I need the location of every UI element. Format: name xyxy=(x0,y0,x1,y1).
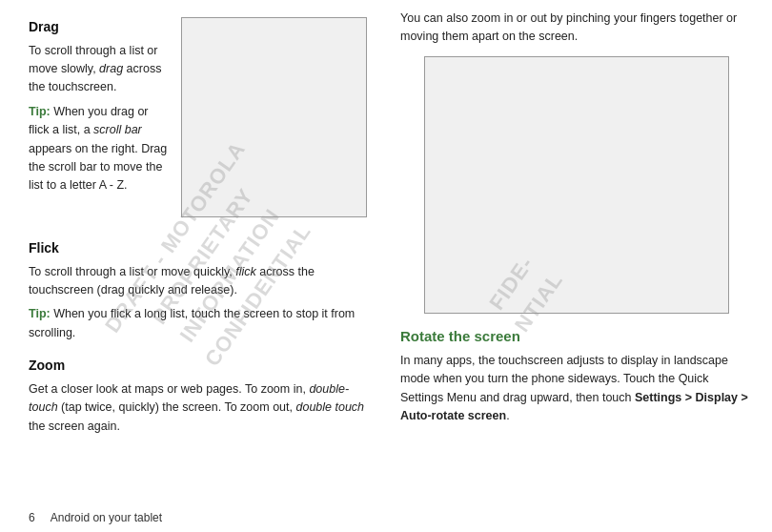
zoom-image xyxy=(424,56,729,314)
drag-section: Drag To scroll through a list or move sl… xyxy=(29,17,367,225)
page-container: Drag To scroll through a list or move sl… xyxy=(0,0,772,532)
page-footer-text: Android on your tablet xyxy=(51,511,162,524)
rotate-title: Rotate the screen xyxy=(400,325,753,347)
zoom-section: Zoom Get a closer look at maps or web pa… xyxy=(29,356,367,436)
flick-section: Flick To scroll through a list or move q… xyxy=(29,238,367,342)
right-column: You can also zoom in or out by pinching … xyxy=(386,0,772,532)
zoom-body: Get a closer look at maps or web pages. … xyxy=(29,380,367,436)
flick-body: To scroll through a list or move quickly… xyxy=(29,263,367,300)
drag-image xyxy=(181,17,367,217)
zoom-intro: You can also zoom in or out by pinching … xyxy=(400,10,753,47)
flick-tip: Tip: When you flick a long list, touch t… xyxy=(29,305,367,342)
page-footer: 6 Android on your tablet xyxy=(29,511,162,524)
flick-title: Flick xyxy=(29,238,367,259)
page-number: 6 xyxy=(29,511,35,524)
left-column: Drag To scroll through a list or move sl… xyxy=(0,0,386,532)
rotate-body: In many apps, the touchscreen adjusts to… xyxy=(400,352,753,426)
zoom-title: Zoom xyxy=(29,356,367,377)
